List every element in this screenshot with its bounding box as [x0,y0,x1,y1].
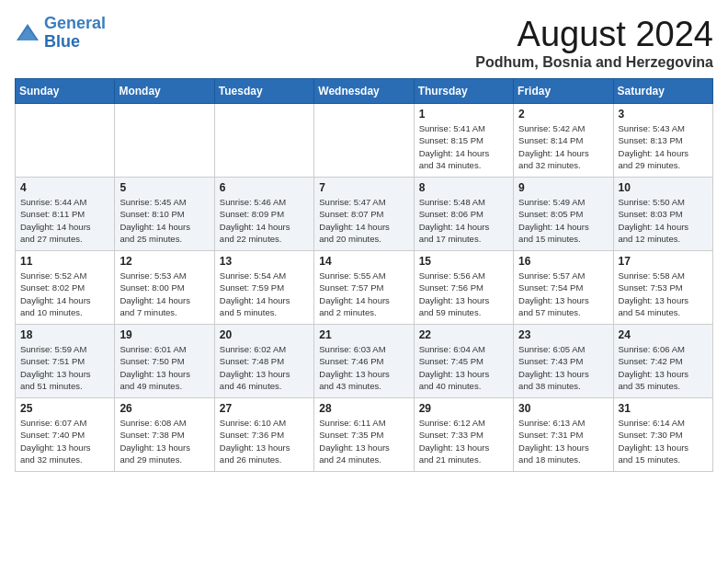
calendar-cell: 29Sunrise: 6:12 AM Sunset: 7:33 PM Dayli… [414,398,513,472]
day-info: Sunrise: 6:14 AM Sunset: 7:30 PM Dayligh… [619,417,708,465]
day-info: Sunrise: 5:49 AM Sunset: 8:05 PM Dayligh… [518,196,608,245]
day-number: 11 [20,255,109,268]
day-number: 20 [220,328,309,341]
day-info: Sunrise: 6:08 AM Sunset: 7:38 PM Dayligh… [119,417,209,465]
calendar-cell: 13Sunrise: 5:54 AM Sunset: 7:59 PM Dayli… [214,251,313,325]
calendar-cell: 26Sunrise: 6:08 AM Sunset: 7:38 PM Dayli… [115,398,214,472]
calendar-cell: 28Sunrise: 6:11 AM Sunset: 7:35 PM Dayli… [314,398,414,472]
day-info: Sunrise: 6:05 AM Sunset: 7:43 PM Dayligh… [518,343,608,392]
calendar-cell: 24Sunrise: 6:06 AM Sunset: 7:42 PM Dayli… [613,325,712,398]
day-info: Sunrise: 5:46 AM Sunset: 8:09 PM Dayligh… [220,196,309,245]
day-number: 14 [319,255,408,268]
calendar-cell: 25Sunrise: 6:07 AM Sunset: 7:40 PM Dayli… [16,398,115,472]
day-number: 29 [419,402,508,415]
column-header-monday: Monday [115,79,214,104]
day-number: 23 [518,328,608,341]
day-number: 27 [220,402,309,415]
calendar-cell: 27Sunrise: 6:10 AM Sunset: 7:36 PM Dayli… [214,398,313,472]
calendar-cell: 30Sunrise: 6:13 AM Sunset: 7:31 PM Dayli… [514,398,613,472]
day-number: 28 [319,402,408,415]
calendar-cell: 21Sunrise: 6:03 AM Sunset: 7:46 PM Dayli… [314,325,414,398]
day-number: 17 [619,255,708,268]
day-number: 18 [20,328,109,341]
calendar-cell [214,104,313,178]
day-info: Sunrise: 5:42 AM Sunset: 8:14 PM Dayligh… [518,122,608,171]
day-info: Sunrise: 6:13 AM Sunset: 7:31 PM Dayligh… [518,417,608,465]
calendar-cell: 23Sunrise: 6:05 AM Sunset: 7:43 PM Dayli… [514,325,613,398]
calendar-cell: 4Sunrise: 5:44 AM Sunset: 8:11 PM Daylig… [16,178,115,251]
calendar-cell [314,104,414,178]
column-header-tuesday: Tuesday [214,79,313,104]
title-block: August 2024 Podhum, Bosnia and Herzegovi… [475,15,713,71]
calendar-cell: 7Sunrise: 5:47 AM Sunset: 8:07 PM Daylig… [314,178,414,251]
day-number: 4 [20,181,109,194]
calendar-cell [115,104,214,178]
day-info: Sunrise: 6:12 AM Sunset: 7:33 PM Dayligh… [419,417,508,465]
day-info: Sunrise: 5:56 AM Sunset: 7:56 PM Dayligh… [419,270,508,318]
calendar-cell: 16Sunrise: 5:57 AM Sunset: 7:54 PM Dayli… [514,251,613,325]
day-number: 16 [518,255,608,268]
calendar-cell: 9Sunrise: 5:49 AM Sunset: 8:05 PM Daylig… [514,178,613,251]
day-info: Sunrise: 6:04 AM Sunset: 7:45 PM Dayligh… [419,343,508,392]
column-header-wednesday: Wednesday [314,79,414,104]
calendar-cell: 18Sunrise: 5:59 AM Sunset: 7:51 PM Dayli… [16,325,115,398]
day-number: 3 [619,108,708,121]
day-info: Sunrise: 5:57 AM Sunset: 7:54 PM Dayligh… [518,270,608,318]
day-number: 12 [119,255,209,268]
day-info: Sunrise: 5:55 AM Sunset: 7:57 PM Dayligh… [319,270,408,318]
calendar-cell: 20Sunrise: 6:02 AM Sunset: 7:48 PM Dayli… [214,325,313,398]
day-info: Sunrise: 6:01 AM Sunset: 7:50 PM Dayligh… [119,343,209,392]
calendar-cell: 17Sunrise: 5:58 AM Sunset: 7:53 PM Dayli… [613,251,712,325]
calendar-cell: 31Sunrise: 6:14 AM Sunset: 7:30 PM Dayli… [613,398,712,472]
calendar-cell: 15Sunrise: 5:56 AM Sunset: 7:56 PM Dayli… [414,251,513,325]
location-subtitle: Podhum, Bosnia and Herzegovina [475,54,713,71]
column-header-thursday: Thursday [414,79,513,104]
calendar-body: 1Sunrise: 5:41 AM Sunset: 8:15 PM Daylig… [16,104,713,472]
day-number: 13 [220,255,309,268]
calendar-cell: 5Sunrise: 5:45 AM Sunset: 8:10 PM Daylig… [115,178,214,251]
logo-text: General Blue [44,15,106,52]
month-year-title: August 2024 [475,15,713,54]
calendar-cell: 19Sunrise: 6:01 AM Sunset: 7:50 PM Dayli… [115,325,214,398]
day-number: 15 [419,255,508,268]
day-info: Sunrise: 6:06 AM Sunset: 7:42 PM Dayligh… [619,343,708,392]
day-number: 19 [119,328,209,341]
day-number: 5 [119,181,209,194]
page-header: General Blue August 2024 Podhum, Bosnia … [15,15,713,71]
day-info: Sunrise: 6:07 AM Sunset: 7:40 PM Dayligh… [20,417,109,465]
day-number: 31 [619,402,708,415]
day-info: Sunrise: 6:03 AM Sunset: 7:46 PM Dayligh… [319,343,408,392]
calendar-cell: 14Sunrise: 5:55 AM Sunset: 7:57 PM Dayli… [314,251,414,325]
day-info: Sunrise: 5:53 AM Sunset: 8:00 PM Dayligh… [119,270,209,318]
day-number: 22 [419,328,508,341]
day-number: 2 [518,108,608,121]
day-info: Sunrise: 5:58 AM Sunset: 7:53 PM Dayligh… [619,270,708,318]
day-number: 1 [419,108,508,121]
day-number: 8 [419,181,508,194]
day-number: 30 [518,402,608,415]
day-info: Sunrise: 5:48 AM Sunset: 8:06 PM Dayligh… [419,196,508,245]
calendar-cell: 3Sunrise: 5:43 AM Sunset: 8:13 PM Daylig… [613,104,712,178]
calendar-week-1: 1Sunrise: 5:41 AM Sunset: 8:15 PM Daylig… [16,104,713,178]
logo-icon [15,22,40,44]
column-header-saturday: Saturday [613,79,712,104]
day-number: 26 [119,402,209,415]
calendar-cell: 22Sunrise: 6:04 AM Sunset: 7:45 PM Dayli… [414,325,513,398]
day-info: Sunrise: 5:52 AM Sunset: 8:02 PM Dayligh… [20,270,109,318]
day-info: Sunrise: 5:44 AM Sunset: 8:11 PM Dayligh… [20,196,109,245]
day-number: 6 [220,181,309,194]
calendar-cell: 12Sunrise: 5:53 AM Sunset: 8:00 PM Dayli… [115,251,214,325]
calendar-cell [16,104,115,178]
day-number: 24 [619,328,708,341]
calendar-cell: 11Sunrise: 5:52 AM Sunset: 8:02 PM Dayli… [16,251,115,325]
day-info: Sunrise: 5:54 AM Sunset: 7:59 PM Dayligh… [220,270,309,318]
day-info: Sunrise: 6:11 AM Sunset: 7:35 PM Dayligh… [319,417,408,465]
day-number: 21 [319,328,408,341]
day-info: Sunrise: 5:43 AM Sunset: 8:13 PM Dayligh… [619,122,708,171]
calendar-cell: 10Sunrise: 5:50 AM Sunset: 8:03 PM Dayli… [613,178,712,251]
day-info: Sunrise: 5:41 AM Sunset: 8:15 PM Dayligh… [419,122,508,171]
calendar-table: SundayMondayTuesdayWednesdayThursdayFrid… [15,78,713,472]
day-info: Sunrise: 6:02 AM Sunset: 7:48 PM Dayligh… [220,343,309,392]
day-number: 9 [518,181,608,194]
calendar-cell: 1Sunrise: 5:41 AM Sunset: 8:15 PM Daylig… [414,104,513,178]
